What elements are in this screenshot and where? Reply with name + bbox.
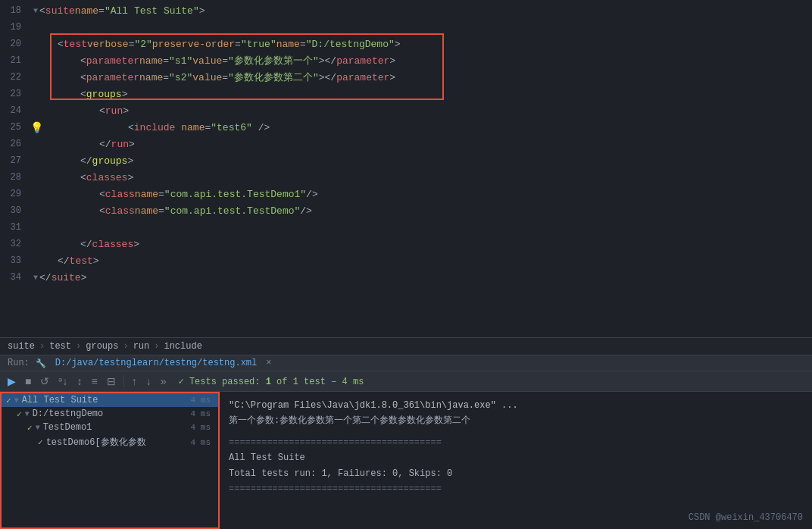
code-line-19 xyxy=(27,20,812,36)
output-cmd-line: "C:\Program Files\Java\jdk1.8.0_361\bin\… xyxy=(229,398,803,413)
tree-item-testdemo6[interactable]: ✓ testDemo6[参数化参数 4 ms xyxy=(2,434,218,450)
code-line-22: <parameter name="s2" value="参数化参数第二个" ><… xyxy=(27,70,812,86)
breadcrumb-suite[interactable]: suite xyxy=(8,341,35,352)
code-line-20: <test verbose="2" preserve-order="true" … xyxy=(27,36,812,53)
line-num-30: 30 xyxy=(6,203,21,220)
panel-content: ✓ ▼ All Test Suite 4 ms ✓ ▼ D:/testngDem… xyxy=(0,392,812,529)
expand-suite-icon[interactable]: ▼ xyxy=(14,396,19,405)
check-icon: ✓ xyxy=(178,377,189,387)
up-button[interactable]: ↑ xyxy=(129,374,140,389)
run-bar: Run: 🔧 D:/java/testnglearn/testng/testng… xyxy=(0,355,812,371)
sort-az-button[interactable]: ᵃ↓ xyxy=(55,374,70,389)
play-button[interactable]: ▶ xyxy=(5,374,19,389)
code-line-31: ▸ xyxy=(27,220,812,236)
tree-item-suite[interactable]: ✓ ▼ All Test Suite 4 ms xyxy=(2,393,218,407)
down-button[interactable]: ↓ xyxy=(143,374,155,389)
code-line-33: </test> xyxy=(27,253,812,270)
breadcrumb-include[interactable]: include xyxy=(164,341,201,352)
align-button[interactable]: ⊟ xyxy=(104,374,119,389)
expand-td1-icon[interactable]: ▼ xyxy=(36,424,40,432)
tree-panel[interactable]: ✓ ▼ All Test Suite 4 ms ✓ ▼ D:/testngDem… xyxy=(0,392,220,529)
toolbar-row: ▶ ■ ↺ ᵃ↓ ↕ ≡ ⊟ ↑ ↓ » ✓ Tests passed: 1 o… xyxy=(0,371,812,392)
check-demo-icon: ✓ xyxy=(17,409,22,419)
testdemo1-time: 4 ms xyxy=(191,423,214,432)
output-panel[interactable]: "C:\Program Files\Java\jdk1.8.0_361\bin\… xyxy=(220,392,812,529)
status-text: ✓ Tests passed: 1 of 1 test – 4 ms xyxy=(178,376,364,387)
code-container: 18 19 20 21 22 23 24 25 26 27 28 29 30 3… xyxy=(0,0,812,337)
code-line-25: 💡 <include name="test6" /> xyxy=(27,120,812,136)
check-td6-icon: ✓ xyxy=(38,437,43,447)
breadcrumb-sep-2: › xyxy=(76,341,81,352)
line-num-29: 29 xyxy=(6,186,21,203)
code-line-28: <classes> xyxy=(27,170,812,186)
code-content[interactable]: ▼ <suite name="All Test Suite" > <test v… xyxy=(27,0,812,337)
fold-icon-18[interactable]: ▼ xyxy=(33,5,38,17)
demo-time: 4 ms xyxy=(191,409,214,418)
breadcrumb-groups[interactable]: groups xyxy=(86,341,118,352)
breadcrumb-run[interactable]: run xyxy=(133,341,150,352)
line-num-19: 19 xyxy=(6,20,21,36)
breadcrumb-sep-1: › xyxy=(39,341,45,352)
line-num-27: 27 xyxy=(6,153,21,170)
breadcrumb-sep-3: › xyxy=(123,341,128,352)
line-num-31: 31 xyxy=(6,220,21,236)
line-num-23: 23 xyxy=(6,86,21,103)
suite-time: 4 ms xyxy=(191,396,214,405)
code-line-21: <parameter name="s1" value="参数化参数第一个" ><… xyxy=(27,53,812,70)
time-text: – 4 ms xyxy=(331,377,364,387)
of-text: of 1 test xyxy=(276,377,326,387)
demo-name: D:/testngDemo xyxy=(33,408,104,419)
code-line-24: <run> xyxy=(27,103,812,120)
output-divider-1: ======================================= xyxy=(229,435,803,450)
line-num-24: 24 xyxy=(6,103,21,120)
code-line-18: ▼ <suite name="All Test Suite" > xyxy=(27,3,812,20)
testdemo6-time: 4 ms xyxy=(191,438,214,447)
testdemo6-name: testDemo6[参数化参数 xyxy=(46,436,146,449)
line-num-32: 32 xyxy=(6,236,21,253)
breadcrumb-sep-4: › xyxy=(154,341,159,352)
status-label: Tests passed: xyxy=(189,377,266,387)
output-suite-name: All Test Suite xyxy=(229,450,803,465)
output-divider-2: ======================================= xyxy=(229,481,803,496)
line-num-34: 34 xyxy=(6,270,21,286)
editor-area: 18 19 20 21 22 23 24 25 26 27 28 29 30 3… xyxy=(0,0,812,337)
output-param-line: 第一个参数:参数化参数第一个第二个参数参数化参数第二个 xyxy=(229,413,803,428)
test-count: 1 xyxy=(266,377,271,387)
testdemo1-name: TestDemo1 xyxy=(43,422,92,433)
output-total-line: Total tests run: 1, Failures: 0, Skips: … xyxy=(229,466,803,481)
yellow-bulb[interactable]: 💡 xyxy=(30,120,43,136)
stop-button[interactable]: ■ xyxy=(22,374,34,389)
run-close-button[interactable]: × xyxy=(266,358,271,368)
line-num-28: 28 xyxy=(6,170,21,186)
code-line-30: <class name="com.api.test.TestDemo" /> xyxy=(27,203,812,220)
watermark: CSDN @weixin_43706470 xyxy=(689,512,803,523)
toolbar-separator xyxy=(123,375,124,387)
line-num-21: 21 xyxy=(6,53,21,70)
code-line-29: <class name="com.api.test.TestDemo1" /> xyxy=(27,186,812,203)
tree-item-testdemo1[interactable]: ✓ ▼ TestDemo1 4 ms xyxy=(2,421,218,434)
line-num-20: 20 xyxy=(6,36,21,53)
run-icon: 🔧 xyxy=(36,358,46,368)
output-spacer xyxy=(229,429,803,435)
code-line-26: </run> xyxy=(27,136,812,153)
check-td1-icon: ✓ xyxy=(27,423,33,433)
sort-za-button[interactable]: ↕ xyxy=(73,374,85,389)
breadcrumb-test[interactable]: test xyxy=(49,341,71,352)
line-num-22: 22 xyxy=(6,70,21,86)
more-button[interactable]: » xyxy=(158,374,170,389)
rerun-button[interactable]: ↺ xyxy=(37,374,52,389)
code-line-34: ▼ </suite> xyxy=(27,270,812,286)
fold-icon-34[interactable]: ▼ xyxy=(33,272,38,284)
format-button[interactable]: ≡ xyxy=(88,374,100,389)
run-label: Run: xyxy=(8,358,30,368)
run-file[interactable]: D:/java/testnglearn/testng/testng.xml xyxy=(55,358,257,368)
check-suite-icon: ✓ xyxy=(6,396,11,405)
line-num-25: 25 xyxy=(6,120,21,136)
expand-demo-icon[interactable]: ▼ xyxy=(25,410,30,418)
line-numbers: 18 19 20 21 22 23 24 25 26 27 28 29 30 3… xyxy=(0,0,27,337)
tree-item-demo[interactable]: ✓ ▼ D:/testngDemo 4 ms xyxy=(2,407,218,421)
suite-name: All Test Suite xyxy=(22,395,98,405)
breadcrumb: suite › test › groups › run › include xyxy=(0,337,812,355)
code-line-32: </classes> xyxy=(27,236,812,253)
code-line-23: <groups> xyxy=(27,86,812,103)
